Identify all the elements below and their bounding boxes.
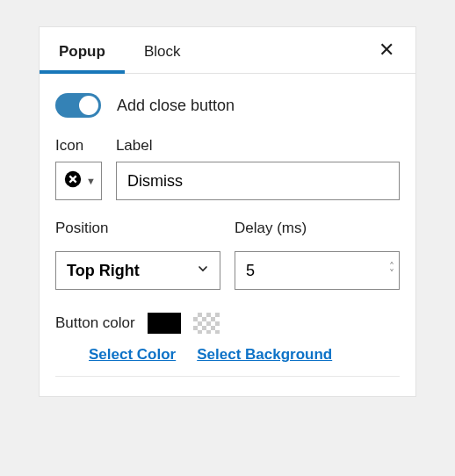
select-color-link[interactable]: Select Color [89, 346, 176, 364]
icon-label-row: Icon ▼ Label [55, 137, 400, 200]
label-field: Label [116, 137, 400, 200]
toggle-knob [79, 96, 98, 115]
icon-field-title: Icon [55, 137, 102, 155]
chevron-down-icon: ▼ [86, 176, 96, 186]
label-input[interactable] [116, 162, 400, 200]
close-circle-icon [63, 169, 83, 192]
close-icon[interactable]: ✕ [373, 35, 400, 65]
button-color-row: Button color [55, 313, 400, 334]
button-color-title: Button color [55, 314, 135, 332]
tabs-bar: Popup Block ✕ [40, 27, 415, 74]
label-field-title: Label [116, 137, 400, 155]
add-close-button-toggle[interactable] [55, 93, 101, 118]
settings-panel: Popup Block ✕ Add close button Icon ▼ L [39, 26, 416, 397]
delay-input[interactable] [235, 251, 400, 290]
toggle-label: Add close button [117, 97, 235, 115]
delay-field-title: Delay (ms) [235, 220, 400, 237]
position-delay-row: Position Delay (ms) ˄ ˅ [55, 220, 400, 290]
position-field: Position [55, 220, 220, 290]
tab-block[interactable]: Block [125, 27, 200, 73]
select-background-link[interactable]: Select Background [197, 346, 332, 364]
toggle-row-close-button: Add close button [55, 93, 400, 118]
delay-field: Delay (ms) ˄ ˅ [235, 220, 400, 290]
panel-content: Add close button Icon ▼ Label Position [40, 74, 415, 396]
number-stepper[interactable]: ˄ ˅ [389, 263, 394, 278]
color-swatch-solid[interactable] [148, 313, 181, 334]
color-links-row: Select Color Select Background [55, 346, 400, 377]
tab-popup[interactable]: Popup [40, 27, 125, 73]
icon-dropdown[interactable]: ▼ [55, 162, 102, 200]
stepper-down-icon: ˅ [389, 270, 394, 278]
position-field-title: Position [55, 220, 220, 237]
color-swatch-transparent[interactable] [193, 313, 220, 334]
icon-field: Icon ▼ [55, 137, 102, 200]
position-select[interactable] [55, 251, 220, 290]
